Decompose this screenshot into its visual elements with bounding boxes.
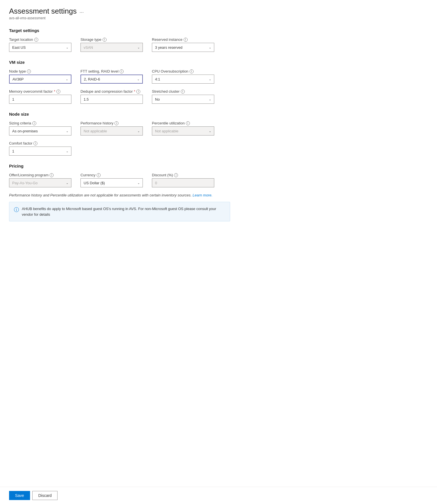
node-size-row-2: Comfort factor i 1 ⌄ xyxy=(9,141,428,156)
chevron-down-icon: ⌄ xyxy=(66,130,68,133)
dedupe-compression-group: Dedupe and compression factor * i xyxy=(80,89,143,104)
stretched-cluster-group: Stretched cluster i No ⌄ xyxy=(152,89,214,104)
discount-group: Discount (%) i xyxy=(152,173,214,187)
sizing-criteria-info-icon[interactable]: i xyxy=(32,121,36,125)
ahub-banner: ⓘ AHUB benefits do apply to Microsoft ba… xyxy=(9,202,230,221)
discard-button[interactable]: Discard xyxy=(32,491,58,500)
performance-history-info-icon[interactable]: i xyxy=(114,121,118,125)
ftt-setting-group: FTT setting, RAID level i 2, RAID-6 ⌄ xyxy=(80,69,143,84)
chevron-down-icon: ⌄ xyxy=(137,46,140,49)
node-size-row-1: Sizing criteria i As on-premises ⌄ Perfo… xyxy=(9,121,428,135)
node-size-title: Node size xyxy=(9,112,428,117)
chevron-down-icon: ⌄ xyxy=(209,130,211,133)
node-type-label: Node type i xyxy=(9,69,71,73)
ftt-setting-label: FTT setting, RAID level i xyxy=(80,69,143,73)
memory-overcommit-label: Memory overcommit factor * i xyxy=(9,89,71,94)
chevron-down-icon: ⌄ xyxy=(137,130,140,133)
performance-history-group: Performance history i Not applicable ⌄ xyxy=(80,121,143,135)
node-size-section: Node size Sizing criteria i As on-premis… xyxy=(9,112,428,156)
chevron-down-icon: ⌄ xyxy=(209,78,211,81)
chevron-down-icon: ⌄ xyxy=(66,78,68,81)
cpu-oversubscription-label: CPU Oversubscription i xyxy=(152,69,214,73)
reserved-instance-info-icon[interactable]: i xyxy=(184,38,188,42)
node-type-group: Node type i AV36P ⌄ xyxy=(9,69,71,84)
page-title: Assessment settings ... xyxy=(9,7,428,16)
chevron-down-icon: ⌄ xyxy=(66,46,68,49)
cpu-oversubscription-info-icon[interactable]: i xyxy=(190,69,194,73)
memory-overcommit-group: Memory overcommit factor * i xyxy=(9,89,71,104)
pricing-title: Pricing xyxy=(9,164,428,168)
currency-label: Currency i xyxy=(80,173,143,177)
cpu-oversubscription-group: CPU Oversubscription i 4:1 ⌄ xyxy=(152,69,214,84)
comfort-factor-info-icon[interactable]: i xyxy=(33,141,37,145)
offer-licensing-select: Pay-As-You-Go ⌄ xyxy=(9,178,71,187)
reserved-instance-group: Reserved instance i 3 years reserved ⌄ xyxy=(152,37,214,52)
info-circle-icon: ⓘ xyxy=(14,206,19,213)
stretched-cluster-info-icon[interactable]: i xyxy=(181,90,185,94)
vm-size-row-1: Node type i AV36P ⌄ FTT setting, RAID le… xyxy=(9,69,428,84)
vm-size-title: VM size xyxy=(9,60,428,65)
storage-type-group: Storage type i vSAN ⌄ xyxy=(80,37,143,52)
node-type-select[interactable]: AV36P ⌄ xyxy=(9,75,71,84)
more-options-icon[interactable]: ... xyxy=(79,8,84,14)
memory-overcommit-info-icon[interactable]: i xyxy=(56,90,60,94)
chevron-down-icon: ⌄ xyxy=(66,181,68,185)
currency-select[interactable]: US Dollar ($) ⌄ xyxy=(80,178,143,187)
offer-licensing-info-icon[interactable]: i xyxy=(50,173,54,177)
offer-licensing-label: Offer/Licensing program i xyxy=(9,173,71,177)
chevron-down-icon: ⌄ xyxy=(137,181,140,185)
storage-type-info-icon[interactable]: i xyxy=(103,38,107,42)
currency-group: Currency i US Dollar ($) ⌄ xyxy=(80,173,143,187)
chevron-down-icon: ⌄ xyxy=(209,98,211,101)
cpu-oversubscription-select[interactable]: 4:1 ⌄ xyxy=(152,75,214,84)
sizing-criteria-label: Sizing criteria i xyxy=(9,121,71,125)
vm-size-row-2: Memory overcommit factor * i Dedupe and … xyxy=(9,89,428,104)
storage-type-select: vSAN ⌄ xyxy=(80,43,143,52)
chevron-down-icon: ⌄ xyxy=(66,150,68,153)
ahub-note-text: AHUB benefits do apply to Microsoft base… xyxy=(22,206,225,217)
ftt-setting-select[interactable]: 2, RAID-6 ⌄ xyxy=(80,75,143,84)
target-location-label: Target location i xyxy=(9,37,71,42)
dedupe-compression-input[interactable] xyxy=(80,95,143,104)
learn-more-link[interactable]: Learn more. xyxy=(192,193,212,197)
target-location-info-icon[interactable]: i xyxy=(34,38,38,42)
page-subtitle: avs-all-vms-assessment xyxy=(9,16,428,20)
offer-licensing-group: Offer/Licensing program i Pay-As-You-Go … xyxy=(9,173,71,187)
comfort-factor-select[interactable]: 1 ⌄ xyxy=(9,147,71,156)
dedupe-compression-label: Dedupe and compression factor * i xyxy=(80,89,143,94)
footer: Save Discard xyxy=(0,487,437,504)
discount-info-icon[interactable]: i xyxy=(174,173,178,177)
comfort-factor-group: Comfort factor i 1 ⌄ xyxy=(9,141,71,156)
percentile-utilization-info-icon[interactable]: i xyxy=(186,121,190,125)
stretched-cluster-label: Stretched cluster i xyxy=(152,89,214,94)
node-type-info-icon[interactable]: i xyxy=(27,69,31,73)
chevron-down-icon: ⌄ xyxy=(137,78,139,81)
target-settings-section: Target settings Target location i East U… xyxy=(9,28,428,52)
performance-history-select: Not applicable ⌄ xyxy=(80,126,143,135)
dedupe-compression-info-icon[interactable]: i xyxy=(136,90,140,94)
discount-label: Discount (%) i xyxy=(152,173,214,177)
percentile-utilization-label: Percentile utilization i xyxy=(152,121,214,125)
percentile-utilization-group: Percentile utilization i Not applicable … xyxy=(152,121,214,135)
target-location-group: Target location i East US ⌄ xyxy=(9,37,71,52)
save-button[interactable]: Save xyxy=(9,491,30,500)
percentile-utilization-select: Not applicable ⌄ xyxy=(152,126,214,135)
sizing-criteria-select[interactable]: As on-premises ⌄ xyxy=(9,126,71,135)
reserved-instance-select[interactable]: 3 years reserved ⌄ xyxy=(152,43,214,52)
currency-info-icon[interactable]: i xyxy=(97,173,101,177)
target-location-select[interactable]: East US ⌄ xyxy=(9,43,71,52)
dedupe-compression-required: * xyxy=(134,89,135,94)
reserved-instance-label: Reserved instance i xyxy=(152,37,214,42)
storage-type-label: Storage type i xyxy=(80,37,143,42)
sizing-criteria-group: Sizing criteria i As on-premises ⌄ xyxy=(9,121,71,135)
pricing-section: Pricing Offer/Licensing program i Pay-As… xyxy=(9,164,428,221)
performance-note: Performance history and Percentile utili… xyxy=(9,193,428,197)
memory-overcommit-input[interactable] xyxy=(9,95,71,104)
comfort-factor-label: Comfort factor i xyxy=(9,141,71,145)
stretched-cluster-select[interactable]: No ⌄ xyxy=(152,95,214,104)
discount-input xyxy=(152,178,214,187)
target-settings-title: Target settings xyxy=(9,28,428,33)
vm-size-section: VM size Node type i AV36P ⌄ FTT setting,… xyxy=(9,60,428,104)
chevron-down-icon: ⌄ xyxy=(209,46,211,49)
ftt-setting-info-icon[interactable]: i xyxy=(120,69,124,73)
